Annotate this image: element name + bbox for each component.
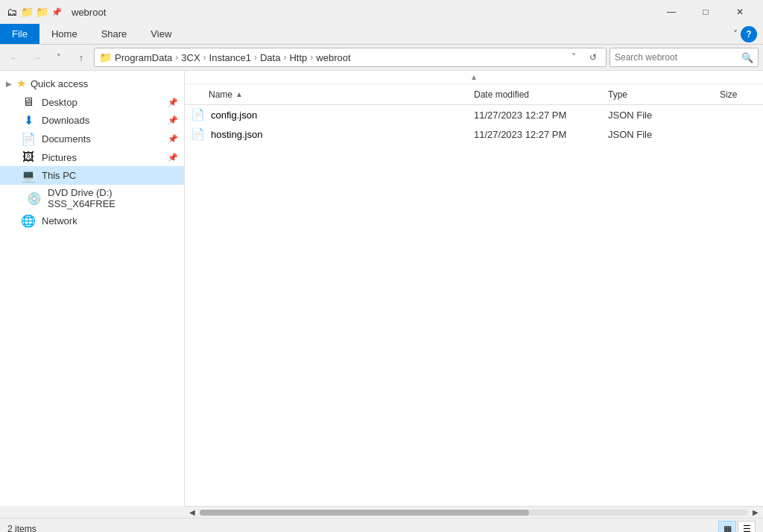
crumb-http[interactable]: Http (289, 52, 307, 63)
file-type-0: JSON File (602, 110, 714, 121)
sidebar-item-documents[interactable]: 📄 Documents 📌 (0, 130, 184, 148)
file-area: ▲ Name ▲ Date modified Type Size 📄 (185, 71, 763, 506)
address-bar[interactable]: 📁 ProgramData › 3CX › Instance1 › Data ›… (94, 48, 607, 67)
view-list-button[interactable]: ☰ (738, 521, 756, 533)
col-header-size[interactable]: Size (714, 84, 763, 104)
downloads-pin-icon: 📌 (168, 115, 178, 125)
col-header-name[interactable]: Name ▲ (185, 84, 468, 104)
documents-label: Documents (42, 133, 162, 145)
horizontal-scrollbar[interactable]: ◀ ▶ (185, 506, 763, 518)
pictures-icon: 🖼 (21, 151, 36, 164)
crumb-3cx[interactable]: 3CX (181, 52, 200, 63)
window-title: webroot (67, 7, 650, 18)
title-bar-app-icons: 🗂 📁 📁 📌 (6, 6, 63, 18)
this-pc-icon: 💻 (21, 168, 36, 183)
h-scroll-left-button[interactable]: ◀ (186, 507, 198, 519)
desktop-label: Desktop (42, 97, 162, 108)
dvd-drive-icon: 💿 (27, 191, 42, 206)
sidebar-item-network[interactable]: 🌐 Network (0, 212, 184, 230)
pictures-label: Pictures (42, 152, 162, 163)
minimize-button[interactable]: — (654, 0, 688, 24)
crumb-data[interactable]: Data (260, 52, 280, 63)
address-end-controls: ˅ ↺ (566, 49, 601, 66)
window-controls: — □ ✕ (654, 0, 757, 24)
file-row-0[interactable]: 📄 config.json 11/27/2023 12:27 PM JSON F… (185, 105, 763, 124)
network-icon: 🌐 (21, 214, 36, 228)
ribbon-extra: ˅ ? (733, 26, 763, 42)
view-buttons: ▦ ☰ (718, 521, 756, 533)
sidebar-item-this-pc[interactable]: 💻 This PC (0, 166, 184, 185)
crumb-instance1[interactable]: Instance1 (209, 52, 251, 63)
quick-access-section[interactable]: ▶ ★ Quick access (0, 74, 184, 93)
app-icon-3: 📁 (36, 6, 48, 18)
h-scroll-right-button[interactable]: ▶ (750, 507, 762, 519)
pin-icon: 📌 (51, 6, 63, 18)
sep-3: › (254, 52, 257, 63)
documents-pin-icon: 📌 (168, 134, 178, 144)
help-button[interactable]: ? (741, 26, 757, 42)
forward-button[interactable]: → (27, 48, 46, 67)
back-button[interactable]: ← (4, 48, 24, 67)
sidebar-item-dvd-drive[interactable]: 💿 DVD Drive (D:) SSS_X64FREE (0, 185, 184, 212)
sort-arrow: ▲ (235, 90, 243, 98)
sep-4: › (283, 52, 286, 63)
view-details-button[interactable]: ▦ (718, 521, 736, 533)
search-box[interactable]: 🔍 (610, 48, 759, 67)
file-row-1[interactable]: 📄 hosting.json 11/27/2023 12:27 PM JSON … (185, 124, 763, 144)
maximize-button[interactable]: □ (688, 0, 723, 24)
refresh-button[interactable]: ↺ (585, 49, 601, 66)
quick-access-label: Quick access (31, 78, 88, 89)
downloads-icon: ⬇ (21, 113, 36, 127)
up-arrow-row: ▲ (185, 71, 763, 84)
column-headers: Name ▲ Date modified Type Size (185, 84, 763, 105)
nav-dropdown-button[interactable]: ˅ (49, 48, 69, 67)
crumb-programdata[interactable]: ProgramData (115, 52, 172, 63)
tab-view[interactable]: View (139, 24, 183, 44)
sep-1: › (175, 52, 178, 63)
file-icon-1: 📄 (191, 127, 205, 141)
tab-share[interactable]: Share (89, 24, 139, 44)
h-scroll-thumb[interactable] (200, 510, 529, 516)
address-row: ← → ˅ ↑ 📁 ProgramData › 3CX › Instance1 … (0, 45, 763, 71)
tab-home[interactable]: Home (39, 24, 89, 44)
file-date-1: 11/27/2023 12:27 PM (468, 129, 602, 140)
status-bar: 2 items ▦ ☰ (0, 518, 763, 532)
sep-5: › (310, 52, 313, 63)
address-dropdown-button[interactable]: ˅ (566, 49, 582, 66)
h-scroll-track (200, 510, 748, 516)
ribbon-tabs: File Home Share View ˅ ? (0, 24, 763, 44)
column-up-arrow[interactable]: ▲ (470, 73, 478, 81)
col-header-date[interactable]: Date modified (468, 84, 602, 104)
search-icon: 🔍 (741, 52, 753, 63)
app-icon-2: 📁 (21, 6, 33, 18)
close-button[interactable]: ✕ (723, 0, 757, 24)
title-bar: 🗂 📁 📁 📌 webroot — □ ✕ (0, 0, 763, 24)
search-input[interactable] (615, 52, 738, 63)
sidebar-item-desktop[interactable]: 🖥 Desktop 📌 (0, 93, 184, 111)
up-button[interactable]: ↑ (72, 48, 91, 67)
file-list: 📄 config.json 11/27/2023 12:27 PM JSON F… (185, 105, 763, 506)
file-icon-0: 📄 (191, 108, 205, 121)
desktop-pin-icon: 📌 (168, 98, 178, 107)
sep-2: › (203, 52, 206, 63)
crumb-webroot[interactable]: webroot (316, 52, 350, 63)
sidebar-item-pictures[interactable]: 🖼 Pictures 📌 (0, 148, 184, 166)
network-label: Network (42, 215, 178, 227)
downloads-label: Downloads (42, 115, 162, 126)
quick-access-star-icon: ★ (16, 77, 26, 90)
file-name-1: 📄 hosting.json (185, 127, 468, 141)
main-layout: ▶ ★ Quick access 🖥 Desktop 📌 ⬇ Downloads… (0, 71, 763, 506)
tab-file[interactable]: File (0, 24, 39, 44)
file-type-1: JSON File (602, 129, 714, 140)
app-icon-1: 🗂 (6, 6, 18, 18)
dvd-drive-label: DVD Drive (D:) SSS_X64FREE (48, 187, 178, 209)
col-header-type[interactable]: Type (602, 84, 714, 104)
this-pc-label: This PC (42, 170, 178, 181)
ribbon: File Home Share View ˅ ? (0, 24, 763, 45)
status-item-count: 2 items (7, 524, 711, 533)
desktop-icon: 🖥 (21, 95, 36, 109)
documents-icon: 📄 (21, 132, 36, 146)
sidebar-item-downloads[interactable]: ⬇ Downloads 📌 (0, 111, 184, 130)
pictures-pin-icon: 📌 (168, 153, 178, 162)
ribbon-collapse-button[interactable]: ˅ (733, 29, 738, 39)
